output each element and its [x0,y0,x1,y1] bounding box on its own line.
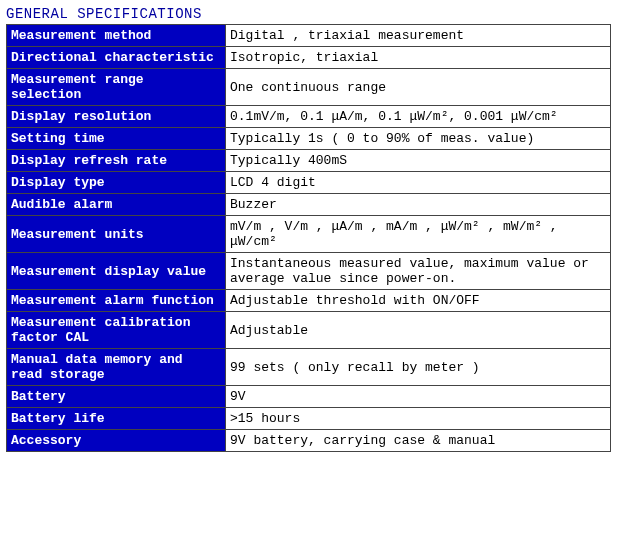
table-row: Measurement unitsmV/m , V/m , μA/m , mA/… [7,216,611,253]
table-row: Display refresh rateTypically 400mS [7,150,611,172]
spec-value: Adjustable threshold with ON/OFF [226,290,611,312]
spec-label: Measurement display value [7,253,226,290]
table-row: Battery9V [7,386,611,408]
spec-value: 9V battery, carrying case & manual [226,430,611,452]
table-row: Display typeLCD 4 digit [7,172,611,194]
table-row: Measurement calibration factor CALAdjust… [7,312,611,349]
spec-label: Battery [7,386,226,408]
spec-label: Accessory [7,430,226,452]
spec-label: Measurement range selection [7,69,226,106]
specifications-tbody: Measurement methodDigital , triaxial mea… [7,25,611,452]
spec-label: Measurement alarm function [7,290,226,312]
table-row: Setting timeTypically 1s ( 0 to 90% of m… [7,128,611,150]
spec-label: Measurement method [7,25,226,47]
spec-label: Display resolution [7,106,226,128]
table-row: Measurement methodDigital , triaxial mea… [7,25,611,47]
spec-label: Manual data memory and read storage [7,349,226,386]
section-title: GENERAL SPECIFICATIONS [6,6,614,22]
spec-label: Measurement calibration factor CAL [7,312,226,349]
spec-label: Display type [7,172,226,194]
table-row: Measurement range selectionOne continuou… [7,69,611,106]
table-row: Audible alarmBuzzer [7,194,611,216]
specifications-table: Measurement methodDigital , triaxial mea… [6,24,611,452]
spec-value: One continuous range [226,69,611,106]
spec-label: Measurement units [7,216,226,253]
spec-label: Directional characteristic [7,47,226,69]
spec-value: Digital , triaxial measurement [226,25,611,47]
table-row: Battery life>15 hours [7,408,611,430]
spec-value: Buzzer [226,194,611,216]
spec-value: mV/m , V/m , μA/m , mA/m , μW/m² , mW/m²… [226,216,611,253]
spec-value: 0.1mV/m, 0.1 μA/m, 0.1 μW/m², 0.001 μW/c… [226,106,611,128]
table-row: Directional characteristicIsotropic, tri… [7,47,611,69]
spec-value: Typically 400mS [226,150,611,172]
spec-value: >15 hours [226,408,611,430]
spec-value: 9V [226,386,611,408]
spec-value: Instantaneous measured value, maximum va… [226,253,611,290]
table-row: Manual data memory and read storage99 se… [7,349,611,386]
spec-label: Setting time [7,128,226,150]
spec-value: LCD 4 digit [226,172,611,194]
spec-label: Battery life [7,408,226,430]
table-row: Measurement alarm functionAdjustable thr… [7,290,611,312]
spec-label: Audible alarm [7,194,226,216]
spec-value: Isotropic, triaxial [226,47,611,69]
spec-value: 99 sets ( only recall by meter ) [226,349,611,386]
table-row: Accessory9V battery, carrying case & man… [7,430,611,452]
spec-value: Adjustable [226,312,611,349]
spec-label: Display refresh rate [7,150,226,172]
table-row: Measurement display valueInstantaneous m… [7,253,611,290]
table-row: Display resolution0.1mV/m, 0.1 μA/m, 0.1… [7,106,611,128]
spec-value: Typically 1s ( 0 to 90% of meas. value) [226,128,611,150]
